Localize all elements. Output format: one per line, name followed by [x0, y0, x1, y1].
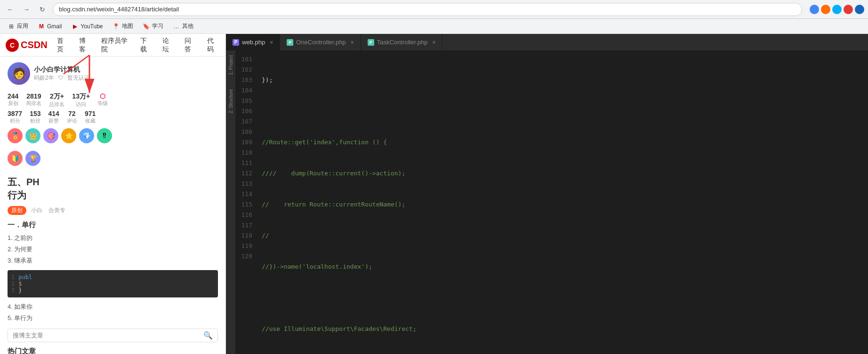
search-input[interactable]	[13, 332, 200, 339]
ln-102: 102	[239, 65, 252, 75]
left-panel: C CSDN 首页 博客 程序员学院 下载 论坛 问答 代码 🧑 小小白学计算机	[0, 34, 226, 354]
stat-followers-num: 153	[30, 110, 40, 117]
ln-105: 105	[239, 96, 252, 106]
stat-comments-num: 72	[68, 110, 76, 117]
code-line-101: });	[256, 75, 868, 85]
csdn-nav-code[interactable]: 代码	[205, 37, 220, 54]
hot-articles: 热门文章 pip install 时报错 ERROR: Could not in…	[8, 347, 218, 354]
stat-favorites: 971 收藏	[85, 110, 96, 124]
editor-sidebar: 1: Project 2: Structure	[226, 50, 235, 354]
code-line-109: //use Illuminate\Support\Facades\Redirec…	[256, 324, 868, 334]
sidebar-label-structure[interactable]: 2: Structure	[228, 89, 233, 114]
csdn-nav-blog[interactable]: 博客	[77, 37, 92, 54]
author-verified: 暂无认证	[67, 74, 90, 82]
back-button[interactable]: ←	[4, 3, 17, 16]
youtube-icon: ▶	[71, 23, 79, 30]
badge-row: 🏅 👑 🎯 ⭐ 💎 🎖	[8, 128, 112, 143]
stat-points-label: 积分	[10, 117, 20, 124]
right-panel: P web.php × P OneController.php × P Task…	[226, 34, 868, 354]
tab-one-controller[interactable]: P OneController.php ×	[280, 34, 361, 50]
author-row: 🧑 小小白学计算机 码龄2年 🛡 暂无认证	[8, 62, 90, 85]
ln-115: 115	[239, 199, 252, 210]
code-content: }); //Route::get('index',function () { /…	[256, 50, 868, 354]
browser-chrome: ← → ↻ blog.csdn.net/weixin_44827418/arti…	[0, 0, 868, 34]
sidebar-label-project[interactable]: 1: Project	[228, 55, 233, 75]
bookmark-youtube-label: YouTube	[80, 23, 103, 30]
badge-5: 💎	[79, 128, 94, 143]
forward-button[interactable]: →	[20, 3, 33, 16]
tab-web-php[interactable]: P web.php ×	[226, 34, 280, 50]
toc-item-5[interactable]: 5. 单行为	[8, 313, 218, 324]
csdn-nav-download[interactable]: 下载	[138, 37, 153, 54]
ln-114: 114	[239, 189, 252, 199]
toc-item-1[interactable]: 1. 之前的	[8, 232, 218, 244]
editor-main: 1: Project 2: Structure 101 102 103 104 …	[226, 50, 868, 354]
ln-109: 109	[239, 137, 252, 148]
bookmarks-bar: ⊞ 应用 M Gmail ▶ YouTube 📍 地图 🔖 学习 … 其他	[0, 19, 868, 34]
bookmark-gmail[interactable]: M Gmail	[34, 22, 65, 31]
stat-comments-label: 评论	[67, 117, 77, 124]
category-tag: 合类专	[48, 207, 65, 214]
bookmark-apps-label: 应用	[17, 22, 28, 30]
tab-label-web: web.php	[242, 39, 265, 46]
csdn-nav: C CSDN 首页 博客 程序员学院 下载 论坛 问答 代码	[0, 34, 225, 57]
stat-original-label: 原创	[8, 100, 18, 107]
csdn-nav-academy[interactable]: 程序员学院	[99, 37, 130, 54]
author-tag: 小白	[31, 207, 42, 214]
tab-close-web[interactable]: ×	[270, 39, 273, 46]
refresh-button[interactable]: ↻	[36, 3, 49, 16]
stat-total-rank-num: 2万+	[50, 92, 64, 101]
tab-icon-web: P	[233, 39, 239, 46]
author-level: 码龄2年	[34, 74, 54, 82]
code-line-108	[256, 293, 868, 303]
bookmark-other[interactable]: … 其他	[169, 21, 197, 31]
author-card: 🧑 小小白学计算机 码龄2年 🛡 暂无认证 244 原创	[8, 62, 218, 170]
stat-favorites-label: 收藏	[85, 117, 96, 124]
code-line-3: 3}	[11, 287, 214, 294]
address-bar[interactable]: blog.csdn.net/weixin_44827418/article/de…	[53, 3, 802, 16]
code-line-106: //	[256, 231, 868, 241]
ln-110: 110	[239, 148, 252, 158]
bookmark-study[interactable]: 🔖 学习	[139, 21, 167, 31]
search-bar[interactable]: 🔍	[8, 329, 218, 342]
line-numbers: 101 102 103 104 105 106 107 108 109 110 …	[235, 50, 256, 354]
csdn-logo-icon: C	[6, 39, 19, 52]
shield-icon: 🛡	[58, 74, 64, 81]
bookmark-other-label: 其他	[182, 22, 193, 30]
apps-icon: ⊞	[8, 23, 15, 30]
bookmark-apps[interactable]: ⊞ 应用	[4, 21, 32, 31]
csdn-nav-home[interactable]: 首页	[55, 37, 70, 54]
toc-section-title: 一．单行	[8, 221, 218, 230]
code-line-107: //})->name('localhost.index');	[256, 262, 868, 272]
bookmark-maps[interactable]: 📍 地图	[109, 21, 137, 31]
tab-close-one[interactable]: ×	[351, 39, 354, 46]
tab-task-controller[interactable]: P TaskController.php ×	[361, 34, 443, 50]
author-meta: 码龄2年 🛡 暂无认证	[34, 74, 90, 82]
csdn-nav-qa[interactable]: 问答	[183, 37, 197, 54]
ln-116: 116	[239, 210, 252, 220]
stat-original-num: 244	[8, 92, 18, 100]
search-icon[interactable]: 🔍	[203, 331, 213, 340]
stat-level: ⬡ 等级	[97, 92, 108, 108]
toc-item-4[interactable]: 4. 如果你	[8, 301, 218, 313]
stat-level-label: 等级	[97, 100, 108, 107]
toc-item-2[interactable]: 2. 为何要	[8, 244, 218, 255]
ln-111: 111	[239, 158, 252, 168]
stat-week-rank-num: 2819	[26, 92, 41, 100]
ln-104: 104	[239, 85, 252, 96]
tab-close-task[interactable]: ×	[432, 39, 435, 46]
stat-likes-num: 414	[48, 110, 59, 117]
ln-101: 101	[239, 54, 252, 65]
code-line-2: 2$	[11, 280, 214, 287]
bookmark-study-label: 学习	[152, 22, 163, 30]
stat-favorites-num: 971	[85, 110, 96, 117]
badge-3: 🎯	[43, 128, 58, 143]
toc-item-3[interactable]: 3. 继承基	[8, 255, 218, 266]
csdn-nav-forum[interactable]: 论坛	[161, 37, 175, 54]
bookmark-youtube[interactable]: ▶ YouTube	[67, 22, 106, 31]
badge-1: 🏅	[8, 128, 23, 143]
badge-7: 🔰	[8, 151, 23, 166]
tab-icon-task: P	[368, 39, 374, 46]
stat-likes: 414 获赞	[48, 110, 59, 124]
stats-row1: 244 原创 2819 周排名 2万+ 总排名 13万+ 访问	[8, 92, 108, 108]
